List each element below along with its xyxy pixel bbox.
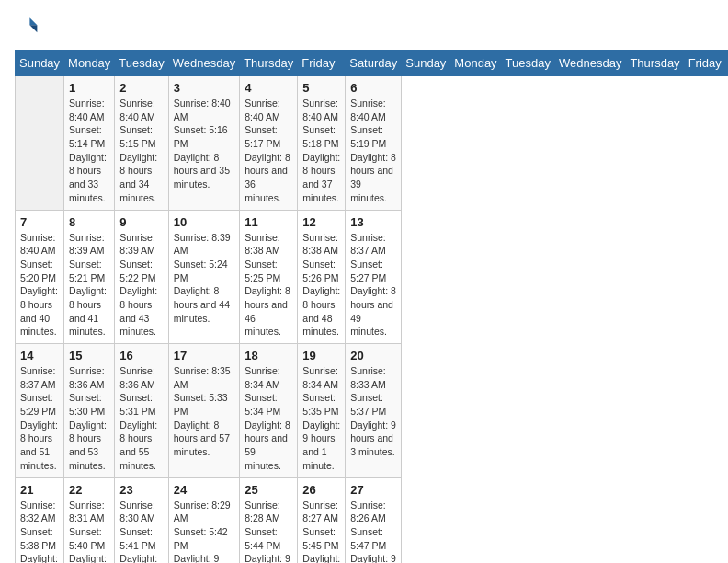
daylight: Daylight: 8 hours and 55 minutes.: [119, 419, 157, 471]
daylight: Daylight: 8 hours and 59 minutes.: [245, 419, 290, 471]
sunset: Sunset: 5:47 PM: [350, 526, 386, 551]
sunrise: Sunrise: 8:34 AM: [245, 365, 280, 390]
day-info: Sunrise: 8:39 AM Sunset: 5:22 PM Dayligh…: [119, 231, 163, 339]
calendar-day-cell: 16 Sunrise: 8:36 AM Sunset: 5:31 PM Dayl…: [115, 344, 168, 478]
day-info: Sunrise: 8:40 AM Sunset: 5:19 PM Dayligh…: [350, 97, 396, 205]
day-info: Sunrise: 8:34 AM Sunset: 5:34 PM Dayligh…: [245, 364, 292, 473]
day-number: 11: [245, 215, 292, 229]
calendar-table: SundayMondayTuesdayWednesdayThursdayFrid…: [15, 50, 728, 563]
daylight: Daylight: 9 hours and 20 minutes.: [350, 553, 396, 563]
daylight: Daylight: 8 hours and 40 minutes.: [20, 285, 58, 337]
day-number: 8: [69, 215, 109, 229]
calendar-day-cell: 14 Sunrise: 8:37 AM Sunset: 5:29 PM Dayl…: [16, 344, 64, 478]
day-info: Sunrise: 8:36 AM Sunset: 5:30 PM Dayligh…: [69, 364, 109, 473]
sunset: Sunset: 5:27 PM: [350, 259, 386, 283]
calendar-day-cell: 7 Sunrise: 8:40 AM Sunset: 5:20 PM Dayli…: [16, 210, 64, 344]
sunrise: Sunrise: 8:40 AM: [245, 98, 280, 122]
sunrise: Sunrise: 8:40 AM: [20, 232, 56, 257]
sunset: Sunset: 5:19 PM: [350, 124, 386, 149]
day-number: 5: [302, 81, 340, 95]
calendar-day-cell: [16, 76, 64, 211]
header-day: Sunday: [402, 51, 450, 76]
calendar-day-cell: 2 Sunrise: 8:40 AM Sunset: 5:15 PM Dayli…: [115, 76, 168, 211]
sunrise: Sunrise: 8:37 AM: [20, 365, 56, 390]
header-day: Friday: [684, 51, 725, 76]
sunset: Sunset: 5:31 PM: [119, 392, 155, 417]
sunrise: Sunrise: 8:39 AM: [174, 232, 231, 257]
sunrise: Sunrise: 8:27 AM: [302, 500, 338, 524]
daylight: Daylight: 9 hours and 15 minutes.: [245, 553, 290, 563]
calendar-day-cell: 6 Sunrise: 8:40 AM Sunset: 5:19 PM Dayli…: [346, 76, 402, 211]
daylight: Daylight: 8 hours and 41 minutes.: [69, 285, 107, 337]
day-number: 25: [245, 483, 292, 497]
sunset: Sunset: 5:45 PM: [302, 526, 338, 551]
calendar-day-cell: 1 Sunrise: 8:40 AM Sunset: 5:14 PM Dayli…: [64, 76, 115, 211]
sunrise: Sunrise: 8:40 AM: [69, 98, 105, 122]
day-info: Sunrise: 8:34 AM Sunset: 5:35 PM Dayligh…: [302, 364, 340, 473]
sunrise: Sunrise: 8:33 AM: [350, 365, 386, 390]
sunset: Sunset: 5:42 PM: [174, 526, 228, 551]
sunset: Sunset: 5:21 PM: [69, 259, 105, 283]
daylight: Daylight: 8 hours and 46 minutes.: [245, 285, 290, 337]
header-row: SundayMondayTuesdayWednesdayThursdayFrid…: [16, 51, 729, 76]
sunset: Sunset: 5:20 PM: [20, 259, 56, 283]
calendar-day-cell: 20 Sunrise: 8:33 AM Sunset: 5:37 PM Dayl…: [346, 344, 402, 478]
calendar-day-cell: 24 Sunrise: 8:29 AM Sunset: 5:42 PM Dayl…: [168, 477, 239, 563]
sunrise: Sunrise: 8:36 AM: [69, 365, 105, 390]
day-info: Sunrise: 8:35 AM Sunset: 5:33 PM Dayligh…: [174, 364, 234, 459]
header-day: Thursday: [240, 51, 298, 76]
sunset: Sunset: 5:16 PM: [174, 124, 228, 149]
daylight: Daylight: 9 hours and 3 minutes.: [350, 419, 396, 457]
day-number: 7: [20, 215, 59, 229]
day-number: 13: [350, 215, 396, 229]
sunset: Sunset: 5:37 PM: [350, 392, 386, 417]
daylight: Daylight: 8 hours and 33 minutes.: [69, 152, 107, 203]
day-info: Sunrise: 8:36 AM Sunset: 5:31 PM Dayligh…: [119, 364, 163, 473]
daylight: Daylight: 8 hours and 37 minutes.: [302, 152, 340, 203]
header-day: Tuesday: [501, 51, 554, 76]
day-info: Sunrise: 8:30 AM Sunset: 5:41 PM Dayligh…: [119, 499, 163, 564]
day-info: Sunrise: 8:32 AM Sunset: 5:38 PM Dayligh…: [20, 499, 59, 564]
day-number: 14: [20, 349, 59, 362]
header-day: Friday: [298, 51, 346, 76]
day-number: 27: [350, 483, 396, 497]
calendar-day-cell: 21 Sunrise: 8:32 AM Sunset: 5:38 PM Dayl…: [16, 477, 64, 563]
sunset: Sunset: 5:30 PM: [69, 392, 105, 417]
day-info: Sunrise: 8:40 AM Sunset: 5:16 PM Dayligh…: [174, 97, 234, 191]
day-number: 9: [119, 215, 163, 229]
day-info: Sunrise: 8:26 AM Sunset: 5:47 PM Dayligh…: [350, 499, 396, 564]
day-number: 16: [119, 349, 163, 362]
day-info: Sunrise: 8:33 AM Sunset: 5:37 PM Dayligh…: [350, 364, 396, 459]
calendar-day-cell: 4 Sunrise: 8:40 AM Sunset: 5:17 PM Dayli…: [240, 76, 298, 211]
sunrise: Sunrise: 8:29 AM: [174, 500, 231, 524]
day-info: Sunrise: 8:37 AM Sunset: 5:29 PM Dayligh…: [20, 364, 59, 473]
daylight: Daylight: 9 hours and 10 minutes.: [119, 553, 157, 563]
sunrise: Sunrise: 8:28 AM: [245, 500, 280, 524]
sunrise: Sunrise: 8:40 AM: [350, 98, 386, 122]
sunset: Sunset: 5:29 PM: [20, 392, 56, 417]
logo: [15, 15, 39, 40]
daylight: Daylight: 8 hours and 44 minutes.: [174, 285, 230, 323]
day-info: Sunrise: 8:40 AM Sunset: 5:14 PM Dayligh…: [69, 97, 109, 205]
day-number: 17: [174, 349, 234, 362]
sunset: Sunset: 5:14 PM: [69, 124, 105, 149]
day-number: 10: [174, 215, 234, 229]
calendar-day-cell: 18 Sunrise: 8:34 AM Sunset: 5:34 PM Dayl…: [240, 344, 298, 478]
day-number: 4: [245, 81, 292, 95]
day-info: Sunrise: 8:27 AM Sunset: 5:45 PM Dayligh…: [302, 499, 340, 564]
sunset: Sunset: 5:41 PM: [119, 526, 155, 551]
day-info: Sunrise: 8:31 AM Sunset: 5:40 PM Dayligh…: [69, 499, 109, 564]
day-number: 15: [69, 349, 109, 362]
day-number: 21: [20, 483, 59, 497]
header-day: Thursday: [626, 51, 684, 76]
calendar-week-row: 1 Sunrise: 8:40 AM Sunset: 5:14 PM Dayli…: [16, 76, 729, 211]
daylight: Daylight: 9 hours and 6 minutes.: [20, 553, 58, 563]
sunset: Sunset: 5:26 PM: [302, 259, 338, 283]
sunrise: Sunrise: 8:38 AM: [302, 232, 338, 257]
daylight: Daylight: 8 hours and 57 minutes.: [174, 419, 230, 457]
calendar-day-cell: 11 Sunrise: 8:38 AM Sunset: 5:25 PM Dayl…: [240, 210, 298, 344]
day-info: Sunrise: 8:40 AM Sunset: 5:15 PM Dayligh…: [119, 97, 163, 205]
sunset: Sunset: 5:22 PM: [119, 259, 155, 283]
sunrise: Sunrise: 8:34 AM: [302, 365, 338, 390]
header-day: Monday: [450, 51, 501, 76]
